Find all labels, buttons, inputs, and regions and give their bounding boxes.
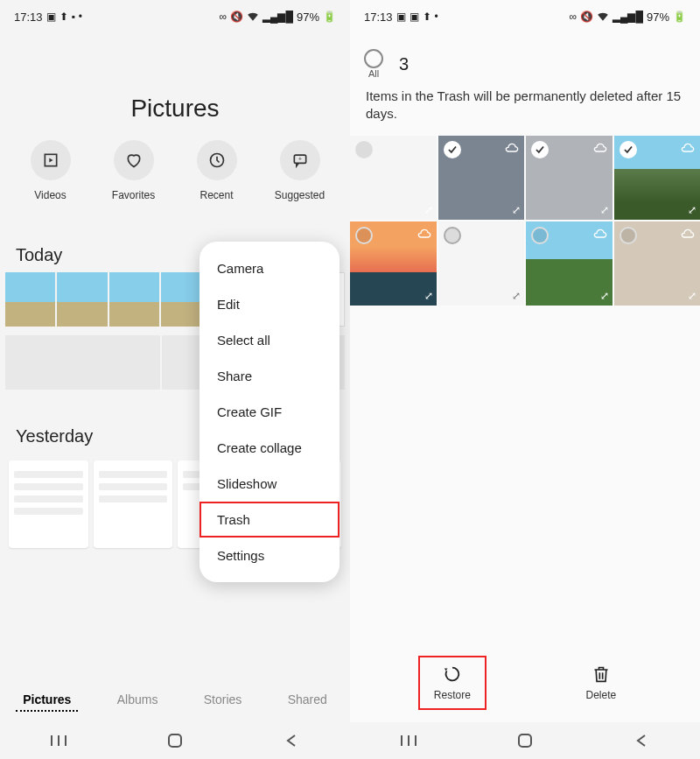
expand-icon: ⤢ xyxy=(512,204,521,216)
upload-icon: ⬆ xyxy=(60,11,68,23)
svg-rect-7 xyxy=(169,734,181,747)
upload-icon: ⬆ xyxy=(423,11,431,23)
cloud-icon xyxy=(593,141,607,157)
trash-icon xyxy=(592,664,610,684)
menu-settings[interactable]: Settings xyxy=(200,538,340,573)
shortcut-suggested[interactable]: + Suggested xyxy=(265,140,335,201)
shortcut-label: Recent xyxy=(200,189,233,201)
right-screen: 17:13 ▣ ▣ ⬆ • ∞ 🔇 ▂▄▆█ 97% 🔋 All 3 Items… xyxy=(350,0,700,759)
svg-rect-13 xyxy=(519,734,531,747)
signal-icon: ▂▄▆█ xyxy=(612,11,643,23)
trash-item[interactable]: ⤢ xyxy=(438,221,525,306)
nav-home[interactable] xyxy=(149,733,201,748)
trash-notice: Items in the Trash will be permanently d… xyxy=(350,84,700,136)
nav-recents[interactable] xyxy=(32,734,85,748)
tab-shared[interactable]: Shared xyxy=(281,689,334,712)
menu-select-all[interactable]: Select all xyxy=(200,322,340,358)
thumb[interactable] xyxy=(5,272,55,327)
cloud-icon xyxy=(593,227,607,242)
restore-icon xyxy=(443,664,462,684)
dot-icon: • xyxy=(79,11,82,23)
bag-icon: ▣ xyxy=(410,11,419,23)
tab-albums[interactable]: Albums xyxy=(110,689,165,712)
overflow-menu: Camera Edit Select all Share Create GIF … xyxy=(200,242,340,582)
delete-button[interactable]: Delete xyxy=(571,657,630,708)
restore-label: Restore xyxy=(434,689,471,701)
svg-text:+: + xyxy=(298,156,302,162)
expand-icon: ⤢ xyxy=(424,290,433,302)
left-screen: 17:13 ▣ ⬆ ▪ • ∞ 🔇 ▂▄▆█ 97% 🔋 Pictures Vi… xyxy=(0,0,350,759)
select-all-checkbox[interactable] xyxy=(364,49,383,68)
status-bar: 17:13 ▣ ▣ ⬆ • ∞ 🔇 ▂▄▆█ 97% 🔋 xyxy=(350,0,700,33)
shortcut-label: Favorites xyxy=(112,189,155,201)
expand-icon: ⤢ xyxy=(688,290,696,302)
menu-create-gif[interactable]: Create GIF xyxy=(200,394,340,430)
item-checkbox[interactable] xyxy=(444,227,461,244)
item-checkbox[interactable] xyxy=(355,141,373,158)
menu-trash[interactable]: Trash xyxy=(200,502,340,538)
cloud-icon xyxy=(681,227,695,242)
menu-slideshow[interactable]: Slideshow xyxy=(200,466,340,502)
mute-icon: 🔇 xyxy=(230,11,243,23)
tab-pictures[interactable]: Pictures xyxy=(16,689,78,712)
trash-item[interactable]: ⤢ xyxy=(614,136,701,220)
shortcuts-row: Videos Favorites Recent + Suggested xyxy=(0,140,350,236)
menu-camera[interactable]: Camera xyxy=(200,250,340,286)
vpn-icon: ∞ xyxy=(569,11,577,23)
action-bar: Restore Delete xyxy=(350,643,700,722)
thumb[interactable] xyxy=(109,272,159,327)
image-icon: ▪ xyxy=(72,11,75,23)
bag-icon: ▣ xyxy=(46,11,56,23)
item-checkbox-checked[interactable] xyxy=(531,141,549,158)
shortcut-label: Suggested xyxy=(275,189,325,201)
signal-icon: ▂▄▆█ xyxy=(262,11,293,23)
shortcut-favorites[interactable]: Favorites xyxy=(99,140,169,201)
nav-recents[interactable] xyxy=(382,734,435,748)
expand-icon: ⤢ xyxy=(512,290,521,302)
selected-count: 3 xyxy=(399,54,409,74)
trash-item[interactable]: ⤢ xyxy=(526,221,612,306)
item-checkbox[interactable] xyxy=(531,227,549,244)
item-checkbox-checked[interactable] xyxy=(444,141,461,158)
cloud-icon xyxy=(417,227,431,242)
status-time: 17:13 xyxy=(364,11,393,24)
nav-back[interactable] xyxy=(615,734,668,748)
expand-icon: ⤢ xyxy=(424,204,433,216)
battery-pct: 97% xyxy=(647,11,669,24)
expand-icon: ⤢ xyxy=(688,204,696,216)
item-checkbox[interactable] xyxy=(355,227,373,244)
nav-back[interactable] xyxy=(265,734,318,748)
status-time: 17:13 xyxy=(14,11,43,24)
cloud-icon xyxy=(681,141,695,157)
android-navbar xyxy=(0,722,350,759)
selection-header: All 3 xyxy=(350,33,700,84)
restore-button[interactable]: Restore xyxy=(420,657,485,708)
select-all-label: All xyxy=(368,68,379,79)
menu-edit[interactable]: Edit xyxy=(200,286,340,322)
shortcut-videos[interactable]: Videos xyxy=(16,140,86,201)
thumb[interactable] xyxy=(5,335,160,390)
bottom-tabs: Pictures Albums Stories Shared xyxy=(0,678,350,722)
item-checkbox[interactable] xyxy=(620,227,637,244)
menu-create-collage[interactable]: Create collage xyxy=(200,430,340,466)
menu-share[interactable]: Share xyxy=(200,358,340,394)
thumb-card[interactable] xyxy=(9,460,88,548)
trash-item[interactable]: ⤢ xyxy=(438,136,525,220)
nav-home[interactable] xyxy=(499,733,551,748)
trash-item[interactable]: ⤢ xyxy=(526,136,612,220)
dot-icon: • xyxy=(435,11,438,23)
tab-stories[interactable]: Stories xyxy=(197,689,249,712)
battery-icon: 🔋 xyxy=(323,11,336,23)
trash-item[interactable]: ⤢ xyxy=(350,221,437,306)
shortcut-recent[interactable]: Recent xyxy=(182,140,252,201)
trash-grid: ⤢ ⤢ ⤢ ⤢ ⤢ ⤢ ⤢ xyxy=(350,136,700,306)
thumb-card[interactable] xyxy=(94,460,173,548)
battery-pct: 97% xyxy=(297,11,319,24)
status-bar: 17:13 ▣ ⬆ ▪ • ∞ 🔇 ▂▄▆█ 97% 🔋 xyxy=(0,0,350,33)
trash-item[interactable]: ⤢ xyxy=(350,136,437,220)
trash-item[interactable]: ⤢ xyxy=(614,221,701,306)
mute-icon: 🔇 xyxy=(580,11,593,23)
item-checkbox-checked[interactable] xyxy=(620,141,637,158)
wifi-icon xyxy=(597,11,609,24)
thumb[interactable] xyxy=(57,272,107,327)
